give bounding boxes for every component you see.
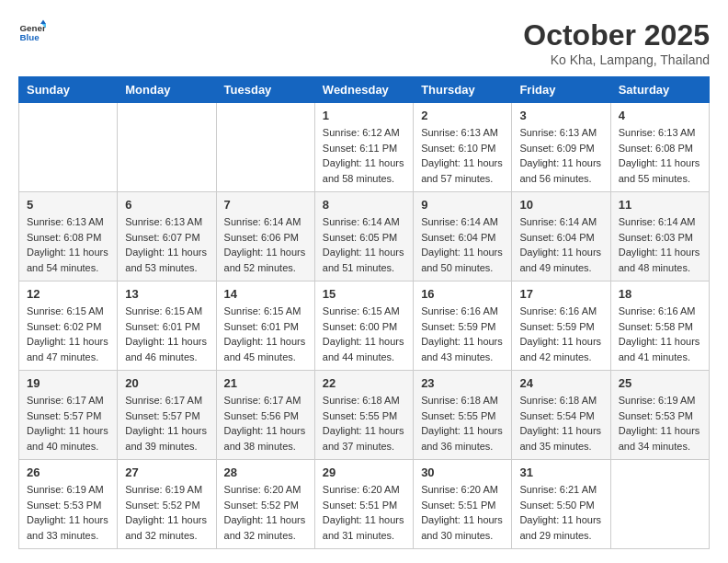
day-info: Sunrise: 6:14 AMSunset: 6:05 PMDaylight:…	[323, 214, 405, 275]
sunset-text: Sunset: 6:08 PM	[619, 141, 701, 156]
day-number: 23	[421, 376, 504, 390]
sunrise-text: Sunrise: 6:13 AM	[619, 125, 701, 141]
day-number: 14	[224, 287, 307, 301]
daylight-text: Daylight: 11 hours and 41 minutes.	[619, 334, 701, 364]
day-info: Sunrise: 6:17 AMSunset: 5:57 PMDaylight:…	[27, 393, 109, 454]
day-info: Sunrise: 6:18 AMSunset: 5:55 PMDaylight:…	[421, 393, 504, 454]
calendar-cell: 14Sunrise: 6:15 AMSunset: 6:01 PMDayligh…	[216, 282, 314, 371]
daylight-text: Daylight: 11 hours and 29 minutes.	[519, 512, 602, 543]
calendar-cell: 16Sunrise: 6:16 AMSunset: 5:59 PMDayligh…	[414, 282, 512, 371]
sunset-text: Sunset: 5:51 PM	[421, 498, 504, 513]
sunset-text: Sunset: 6:02 PM	[27, 319, 109, 335]
day-info: Sunrise: 6:18 AMSunset: 5:55 PMDaylight:…	[323, 393, 405, 454]
daylight-text: Daylight: 11 hours and 46 minutes.	[125, 334, 208, 364]
day-info: Sunrise: 6:16 AMSunset: 5:59 PMDaylight:…	[421, 304, 504, 364]
day-number: 29	[323, 465, 405, 479]
sunset-text: Sunset: 5:58 PM	[619, 319, 701, 335]
sunset-text: Sunset: 6:07 PM	[125, 230, 208, 246]
logo-icon: General Blue	[18, 18, 46, 46]
day-number: 4	[619, 109, 701, 122]
calendar-cell: 31Sunrise: 6:21 AMSunset: 5:50 PMDayligh…	[512, 460, 610, 549]
sunrise-text: Sunrise: 6:12 AM	[323, 125, 405, 141]
weekday-header-sunday: Sunday	[19, 77, 118, 103]
svg-text:Blue: Blue	[20, 32, 40, 42]
daylight-text: Daylight: 11 hours and 37 minutes.	[323, 423, 405, 454]
day-number: 19	[27, 376, 109, 390]
calendar-week-4: 19Sunrise: 6:17 AMSunset: 5:57 PMDayligh…	[19, 371, 710, 460]
weekday-header-row: SundayMondayTuesdayWednesdayThursdayFrid…	[19, 77, 710, 103]
sunrise-text: Sunrise: 6:18 AM	[323, 393, 405, 408]
sunrise-text: Sunrise: 6:13 AM	[125, 214, 208, 230]
daylight-text: Daylight: 11 hours and 36 minutes.	[421, 423, 504, 454]
calendar-cell	[19, 103, 118, 192]
day-info: Sunrise: 6:15 AMSunset: 6:00 PMDaylight:…	[323, 304, 405, 364]
calendar-week-5: 26Sunrise: 6:19 AMSunset: 5:53 PMDayligh…	[19, 460, 710, 549]
sunset-text: Sunset: 5:57 PM	[125, 408, 208, 424]
day-number: 11	[619, 198, 701, 212]
sunset-text: Sunset: 6:08 PM	[27, 230, 109, 246]
day-number: 21	[224, 376, 307, 390]
calendar-cell	[118, 103, 216, 192]
calendar-cell: 15Sunrise: 6:15 AMSunset: 6:00 PMDayligh…	[314, 282, 413, 371]
daylight-text: Daylight: 11 hours and 53 minutes.	[125, 245, 208, 275]
day-number: 2	[421, 109, 504, 122]
day-number: 12	[27, 287, 109, 301]
calendar-cell: 5Sunrise: 6:13 AMSunset: 6:08 PMDaylight…	[19, 192, 118, 282]
day-number: 3	[519, 109, 602, 122]
daylight-text: Daylight: 11 hours and 58 minutes.	[323, 155, 405, 186]
daylight-text: Daylight: 11 hours and 34 minutes.	[619, 423, 701, 454]
daylight-text: Daylight: 11 hours and 51 minutes.	[323, 245, 405, 275]
day-number: 6	[125, 198, 208, 212]
title-area: October 2025 Ko Kha, Lampang, Thailand	[523, 18, 710, 67]
day-info: Sunrise: 6:19 AMSunset: 5:53 PMDaylight:…	[619, 393, 701, 454]
day-info: Sunrise: 6:13 AMSunset: 6:08 PMDaylight:…	[27, 214, 109, 275]
day-info: Sunrise: 6:16 AMSunset: 5:59 PMDaylight:…	[519, 304, 602, 364]
weekday-header-friday: Friday	[512, 77, 610, 103]
sunset-text: Sunset: 6:00 PM	[323, 319, 405, 335]
calendar-week-3: 12Sunrise: 6:15 AMSunset: 6:02 PMDayligh…	[19, 282, 710, 371]
daylight-text: Daylight: 11 hours and 32 minutes.	[125, 512, 208, 543]
daylight-text: Daylight: 11 hours and 54 minutes.	[27, 245, 109, 275]
day-number: 31	[519, 465, 602, 479]
sunrise-text: Sunrise: 6:13 AM	[421, 125, 504, 141]
day-number: 24	[519, 376, 602, 390]
calendar-cell: 25Sunrise: 6:19 AMSunset: 5:53 PMDayligh…	[610, 371, 709, 460]
day-number: 8	[323, 198, 405, 212]
day-info: Sunrise: 6:18 AMSunset: 5:54 PMDaylight:…	[519, 393, 602, 454]
day-info: Sunrise: 6:15 AMSunset: 6:01 PMDaylight:…	[125, 304, 208, 364]
weekday-header-thursday: Thursday	[414, 77, 512, 103]
daylight-text: Daylight: 11 hours and 50 minutes.	[421, 245, 504, 275]
day-info: Sunrise: 6:13 AMSunset: 6:08 PMDaylight:…	[619, 125, 701, 186]
daylight-text: Daylight: 11 hours and 43 minutes.	[421, 334, 504, 364]
sunset-text: Sunset: 6:09 PM	[519, 141, 602, 156]
day-number: 7	[224, 198, 307, 212]
sunrise-text: Sunrise: 6:15 AM	[125, 304, 208, 319]
month-title: October 2025	[523, 18, 710, 52]
calendar-cell: 26Sunrise: 6:19 AMSunset: 5:53 PMDayligh…	[19, 460, 118, 549]
sunset-text: Sunset: 6:04 PM	[421, 230, 504, 246]
day-number: 20	[125, 376, 208, 390]
page-header: General Blue October 2025 Ko Kha, Lampan…	[18, 18, 710, 67]
sunset-text: Sunset: 6:05 PM	[323, 230, 405, 246]
sunset-text: Sunset: 5:54 PM	[519, 408, 602, 424]
calendar-cell: 23Sunrise: 6:18 AMSunset: 5:55 PMDayligh…	[414, 371, 512, 460]
day-number: 28	[224, 465, 307, 479]
sunrise-text: Sunrise: 6:16 AM	[619, 304, 701, 319]
svg-marker-2	[40, 20, 46, 25]
location-title: Ko Kha, Lampang, Thailand	[523, 52, 710, 67]
sunrise-text: Sunrise: 6:15 AM	[224, 304, 307, 319]
day-info: Sunrise: 6:14 AMSunset: 6:06 PMDaylight:…	[224, 214, 307, 275]
day-number: 15	[323, 287, 405, 301]
calendar-cell: 4Sunrise: 6:13 AMSunset: 6:08 PMDaylight…	[610, 103, 709, 192]
day-number: 1	[323, 109, 405, 122]
calendar-cell: 1Sunrise: 6:12 AMSunset: 6:11 PMDaylight…	[314, 103, 413, 192]
day-number: 30	[421, 465, 504, 479]
daylight-text: Daylight: 11 hours and 52 minutes.	[224, 245, 307, 275]
sunrise-text: Sunrise: 6:19 AM	[619, 393, 701, 408]
daylight-text: Daylight: 11 hours and 32 minutes.	[224, 512, 307, 543]
calendar-cell: 29Sunrise: 6:20 AMSunset: 5:51 PMDayligh…	[314, 460, 413, 549]
sunset-text: Sunset: 6:03 PM	[619, 230, 701, 246]
day-info: Sunrise: 6:20 AMSunset: 5:51 PMDaylight:…	[323, 482, 405, 543]
daylight-text: Daylight: 11 hours and 56 minutes.	[519, 155, 602, 186]
day-number: 17	[519, 287, 602, 301]
